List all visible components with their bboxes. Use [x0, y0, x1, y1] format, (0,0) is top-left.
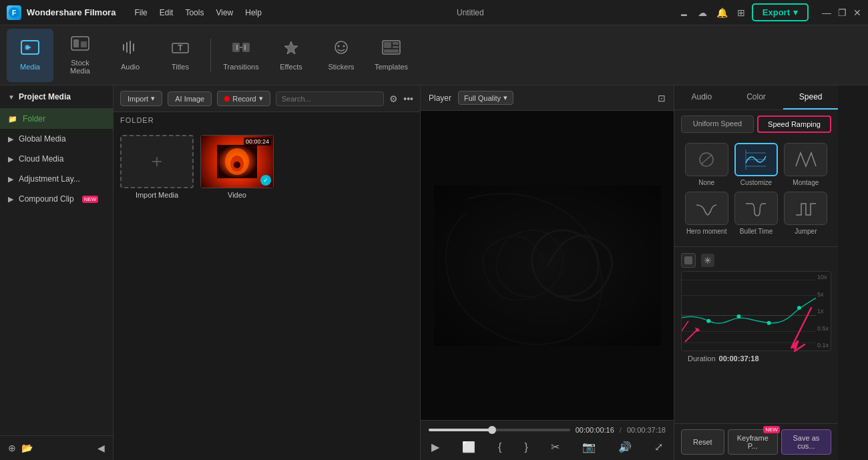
- sidebar-item-adjustment[interactable]: ▶ Adjustment Lay...: [0, 169, 113, 189]
- speed-ramping-tab[interactable]: Speed Ramping: [757, 116, 831, 133]
- speed-graph: 10x 5x 1x 0.5x 0.1x: [681, 271, 831, 351]
- speed-action-buttons: Reset Keyframe P... NEW Save as cus...: [674, 423, 838, 460]
- win-minimize[interactable]: —: [822, 7, 831, 18]
- preset-none-label: None: [698, 179, 714, 186]
- mark-in-button[interactable]: {: [495, 440, 504, 455]
- preview-fullscreen-icon[interactable]: ⊡: [658, 93, 666, 103]
- quality-chevron: ▾: [503, 93, 507, 102]
- mark-out-button[interactable]: }: [521, 440, 530, 455]
- sidebar-item-cloud-media[interactable]: ▶ Cloud Media: [0, 149, 113, 169]
- reset-button[interactable]: Reset: [681, 429, 724, 455]
- menu-file[interactable]: File: [134, 8, 147, 17]
- search-input[interactable]: [276, 91, 385, 106]
- progress-bar-container[interactable]: [429, 429, 570, 431]
- toolbar-transitions[interactable]: Transitions: [218, 29, 264, 82]
- video-check-icon: ✓: [260, 175, 271, 186]
- toolbar-media[interactable]: Media: [7, 29, 53, 82]
- save-cloud-icon[interactable]: ☁: [698, 7, 707, 18]
- preset-customize-box[interactable]: [734, 143, 778, 176]
- notifications-icon[interactable]: 🔔: [716, 7, 728, 18]
- minimize-icon[interactable]: 🗕: [679, 7, 688, 18]
- red-arrow-indicator: [682, 325, 702, 347]
- toolbar-templates[interactable]: Templates: [368, 29, 415, 82]
- tab-speed[interactable]: Speed: [783, 85, 838, 109]
- save-custom-button[interactable]: Save as cus...: [781, 429, 831, 455]
- play-button[interactable]: ▶: [429, 439, 442, 455]
- media-label: Media: [20, 63, 40, 71]
- menu-help[interactable]: Help: [245, 8, 262, 17]
- preset-hero[interactable]: Hero moment: [684, 192, 728, 235]
- sidebar-item-global-media[interactable]: ▶ Global Media: [0, 129, 113, 149]
- collapse-panel-icon[interactable]: ◀: [97, 443, 105, 453]
- toolbar-stock-media[interactable]: Stock Media: [57, 29, 103, 82]
- ai-image-button[interactable]: AI Image: [168, 91, 212, 106]
- toolbar-effects[interactable]: Effects: [268, 29, 314, 82]
- tab-color[interactable]: Color: [729, 85, 784, 109]
- titlebar-right: 🗕 ☁ 🔔 ⊞ Export ▾ — ❐ ✕: [679, 3, 861, 21]
- preset-customize-label: Customize: [740, 179, 772, 186]
- menu-edit[interactable]: Edit: [160, 8, 174, 17]
- chevron-down-icon: ▾: [793, 7, 798, 17]
- uniform-speed-tab[interactable]: Uniform Speed: [681, 116, 754, 133]
- menu-view[interactable]: View: [216, 8, 233, 17]
- svg-text:T: T: [178, 43, 183, 53]
- keyframe-button[interactable]: Keyframe P... NEW: [728, 429, 778, 455]
- fit-button[interactable]: ⤢: [652, 439, 666, 455]
- filter-icon[interactable]: ⚙: [389, 93, 398, 104]
- svg-marker-12: [284, 41, 298, 54]
- right-panel-tabs: Audio Color Speed: [674, 85, 838, 110]
- preset-montage-box[interactable]: [784, 143, 827, 176]
- win-maximize[interactable]: ❐: [838, 7, 847, 18]
- win-close[interactable]: ✕: [853, 7, 861, 18]
- preset-jumper[interactable]: Jumper: [784, 192, 828, 235]
- graph-label-10x: 10x: [817, 274, 829, 280]
- preset-bullet[interactable]: Bullet Time: [734, 192, 778, 235]
- folder-plus-icon[interactable]: 📂: [21, 443, 33, 453]
- graph-freeze-icon[interactable]: [681, 253, 696, 268]
- preset-hero-box[interactable]: [685, 192, 728, 225]
- preview-video: [421, 111, 674, 420]
- tab-audio[interactable]: Audio: [674, 85, 729, 109]
- media-toolbar: Import ▾ AI Image Record ▾ ⚙ •••: [114, 85, 420, 112]
- trim-button[interactable]: ✂: [548, 439, 562, 455]
- chevron-right-icon-4: ▶: [8, 195, 13, 204]
- record-button[interactable]: Record ▾: [217, 91, 270, 106]
- presets-grid: None Customize: [681, 140, 831, 238]
- quality-select[interactable]: Full Quality ▾: [458, 91, 513, 105]
- grid-icon[interactable]: ⊞: [737, 7, 745, 18]
- toolbar-titles[interactable]: T Titles: [157, 29, 204, 82]
- preset-bullet-box[interactable]: [734, 192, 778, 225]
- import-chevron: ▾: [151, 94, 155, 103]
- titles-label: Titles: [172, 63, 189, 71]
- preset-montage[interactable]: Montage: [784, 143, 828, 186]
- speed-graph-section: ✳: [674, 250, 838, 423]
- preset-none[interactable]: None: [684, 143, 728, 186]
- graph-y-labels: 10x 5x 1x 0.5x 0.1x: [817, 272, 829, 351]
- sidebar-item-compound-clip[interactable]: ▶ Compound Clip NEW: [0, 189, 113, 209]
- import-thumb[interactable]: +: [120, 135, 194, 188]
- import-media-item[interactable]: + Import Media: [120, 135, 194, 199]
- time-current: 00:00:00:16: [576, 426, 614, 434]
- collapse-icon[interactable]: ▼: [8, 93, 15, 101]
- video-media-item[interactable]: 00:00:24 ✓ Video: [200, 135, 274, 199]
- sidebar-item-folder[interactable]: 📁 Folder: [0, 109, 113, 129]
- preset-jumper-box[interactable]: [784, 192, 827, 225]
- video-thumb[interactable]: 00:00:24 ✓: [200, 135, 274, 188]
- graph-sparkle-icon[interactable]: ✳: [701, 254, 714, 267]
- menu-tools[interactable]: Tools: [185, 8, 204, 17]
- add-folder-icon[interactable]: ⊕: [8, 443, 16, 453]
- more-icon[interactable]: •••: [403, 93, 413, 104]
- folder-icon: 📁: [8, 115, 17, 124]
- toolbar-stickers[interactable]: Stickers: [318, 29, 365, 82]
- effects-icon: [282, 40, 300, 59]
- preset-none-box[interactable]: [685, 143, 728, 176]
- import-button[interactable]: Import ▾: [120, 91, 162, 106]
- toolbar-audio[interactable]: Audio: [107, 29, 154, 82]
- cloud-media-label: Cloud Media: [19, 154, 63, 164]
- stop-button[interactable]: ⬜: [459, 439, 478, 455]
- record-dot-icon: [224, 96, 230, 101]
- audio-button[interactable]: 🔊: [616, 439, 634, 455]
- preset-customize[interactable]: Customize: [734, 143, 778, 186]
- export-button[interactable]: Export ▾: [752, 3, 809, 21]
- snapshot-button[interactable]: 📷: [580, 439, 598, 455]
